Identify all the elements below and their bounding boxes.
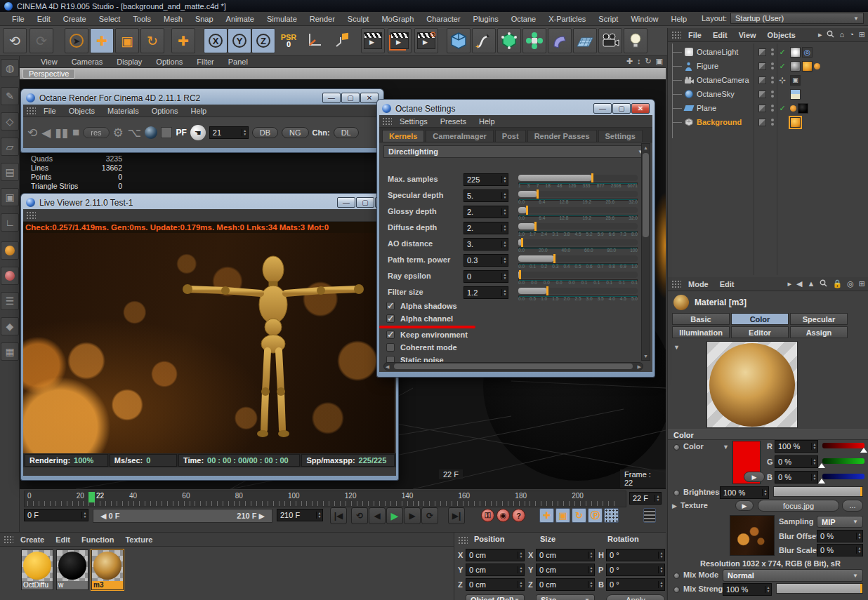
alpha-shadows-checkbox[interactable]: Alpha shadows xyxy=(386,302,457,310)
keep-environment-checkbox[interactable]: Keep environment xyxy=(386,331,468,339)
octane-settings-titlebar[interactable]: Octane Settings — ▢ ✕ xyxy=(379,102,652,115)
focus-crosshair-icon[interactable]: ⊹ xyxy=(777,76,787,85)
db-button[interactable]: DB xyxy=(252,127,278,138)
size-z-spinner[interactable]: 0 cm▲▼ xyxy=(536,578,595,591)
layer-chip[interactable] xyxy=(758,62,766,70)
ao-distance-slider[interactable]: 0.020.040.060.080.0100 xyxy=(518,238,638,253)
vp-menu-panel[interactable]: Panel xyxy=(221,57,255,67)
region-render-icon[interactable] xyxy=(161,127,172,138)
vp-menu-view[interactable]: View xyxy=(34,57,65,67)
floor-object-button[interactable] xyxy=(573,28,597,53)
preview-range-slider[interactable]: ◀ 0 F 210 F ▶ xyxy=(93,509,272,523)
object-row-plane[interactable]: Plane ✓ xyxy=(668,101,868,115)
ng-button[interactable]: NG xyxy=(282,127,309,138)
key-parameter-toggle[interactable]: Ⓟ xyxy=(588,508,603,523)
size-mode-dropdown[interactable]: Size▼ xyxy=(536,594,595,600)
minimize-button[interactable]: — xyxy=(337,197,355,208)
panel-grip[interactable] xyxy=(26,107,36,114)
brightness-spinner[interactable]: 100 %▲▼ xyxy=(720,486,769,499)
minimize-button[interactable]: — xyxy=(322,93,341,103)
x-axis-lock-button[interactable]: X xyxy=(204,28,228,53)
filter-size-slider[interactable]: 0.00.51.01.52.02.53.03.54.04.55.0 xyxy=(518,286,638,301)
menu-character[interactable]: Character xyxy=(420,13,466,25)
bend-deformer-button[interactable] xyxy=(548,28,572,53)
enabled-check-icon[interactable]: ✓ xyxy=(777,104,787,113)
menu-render[interactable]: Render xyxy=(303,13,341,25)
toggle-view-icon[interactable]: ▣ xyxy=(656,57,663,66)
stack-tool-icon[interactable]: ▤ xyxy=(1,163,19,181)
blur-offset-spinner[interactable]: 0 %▲▼ xyxy=(817,530,863,542)
visibility-dots[interactable] xyxy=(770,105,775,112)
menu-mesh[interactable]: Mesh xyxy=(157,13,189,25)
visibility-dots[interactable] xyxy=(770,62,775,69)
render-settings-button[interactable]: ⚙ xyxy=(414,28,438,53)
position-z-spinner[interactable]: 0 cm▲▼ xyxy=(466,578,525,591)
rotation-h-spinner[interactable]: 0 °▲▼ xyxy=(606,549,665,561)
object-row-background[interactable]: Background xyxy=(668,115,868,129)
settings-gear-icon[interactable]: ⚙ xyxy=(113,126,124,140)
redo-button[interactable]: ⟳ xyxy=(29,28,53,53)
camera-tag[interactable]: ▣ xyxy=(790,75,801,86)
g-slider[interactable] xyxy=(822,458,864,464)
vp-menu-options[interactable]: Options xyxy=(149,57,190,67)
attr-menu-edit[interactable]: Edit xyxy=(714,279,740,289)
menu-tools[interactable]: Tools xyxy=(126,13,157,25)
tab-kernels[interactable]: Kernels xyxy=(382,130,424,142)
scroll-up-icon[interactable]: ▲ xyxy=(642,144,650,152)
camera-object-button[interactable] xyxy=(598,28,622,53)
object-axis-icon[interactable] xyxy=(330,28,354,53)
play-button[interactable]: ▶ xyxy=(386,507,403,524)
material-preview[interactable] xyxy=(706,341,798,428)
panel-grip[interactable] xyxy=(26,211,36,219)
lock-icon[interactable]: 🔒 xyxy=(832,279,842,288)
blur-scale-spinner[interactable]: 0 %▲▼ xyxy=(817,544,863,556)
max-samples-slider[interactable]: 137184812633387723086071 xyxy=(518,173,638,188)
psr-keyframe-button[interactable]: PSR0 xyxy=(277,28,301,53)
mat-menu-texture[interactable]: Texture xyxy=(119,535,158,545)
vp-menu-filter[interactable]: Filter xyxy=(190,57,221,67)
vertical-scrollbar[interactable]: ▲ ▼ xyxy=(641,143,650,361)
layer-chip[interactable] xyxy=(758,48,766,56)
start-frame-spinner[interactable]: 0 F▲▼ xyxy=(24,509,88,521)
material-tag[interactable] xyxy=(802,61,813,72)
size-y-spinner[interactable]: 0 cm▲▼ xyxy=(536,564,595,576)
y-axis-lock-button[interactable]: Y xyxy=(228,28,251,53)
tab-color[interactable]: Color xyxy=(731,313,789,325)
array-modifier-button[interactable] xyxy=(522,28,546,53)
brightness-radio[interactable] xyxy=(673,490,680,496)
pause-icon[interactable]: ▮▮ xyxy=(55,126,68,140)
glossy-depth-slider[interactable]: 0.06.412.819.225.632.0 xyxy=(518,206,638,220)
layer-chip[interactable] xyxy=(758,76,766,84)
sky-environment-tag[interactable] xyxy=(790,89,801,100)
coord-mode-dropdown[interactable]: Object (Rel)▼ xyxy=(466,594,525,600)
material-item-w[interactable]: w xyxy=(56,549,88,590)
mix-strength-radio[interactable] xyxy=(673,587,680,593)
eye-icon[interactable]: ◔ xyxy=(849,30,854,39)
scroll-down-icon[interactable]: ▼ xyxy=(642,352,650,360)
render-sphere-icon[interactable] xyxy=(145,126,157,139)
timeline-window-button[interactable]: . xyxy=(643,508,656,523)
search-icon[interactable] xyxy=(827,30,834,39)
tab-editor[interactable]: Editor xyxy=(731,326,789,338)
object-row-octanecamera[interactable]: OctaneCamera ⊹ ▣ xyxy=(668,73,868,87)
visibility-dots[interactable] xyxy=(770,119,775,126)
coherent-mode-checkbox[interactable]: Coherent mode xyxy=(386,343,457,352)
maximize-button[interactable]: ▢ xyxy=(612,103,631,114)
timeline-playhead[interactable] xyxy=(88,492,95,502)
visibility-dots[interactable] xyxy=(770,91,775,98)
minimize-button[interactable]: — xyxy=(593,103,612,114)
horizontal-scrollbar[interactable]: ◀ ▶ xyxy=(383,362,643,371)
tab-settings[interactable]: Settings xyxy=(598,130,643,142)
menu-select[interactable]: Select xyxy=(93,13,127,25)
key-scale-toggle[interactable]: ▣ xyxy=(555,508,570,523)
mat-menu-edit[interactable]: Edit xyxy=(50,535,76,545)
subsample-spinner[interactable]: 21▲▼ xyxy=(209,126,249,139)
key-point-level-toggle[interactable]: . xyxy=(604,508,619,523)
material-tool-icon[interactable] xyxy=(1,267,19,285)
end-frame-spinner[interactable]: 210 F▲▼ xyxy=(277,509,323,521)
panel-grip[interactable] xyxy=(671,280,681,288)
menu-animate[interactable]: Animate xyxy=(220,13,261,25)
b-slider[interactable] xyxy=(822,474,864,479)
tab-basic[interactable]: Basic xyxy=(672,313,730,325)
render-view-button[interactable] xyxy=(361,28,385,53)
